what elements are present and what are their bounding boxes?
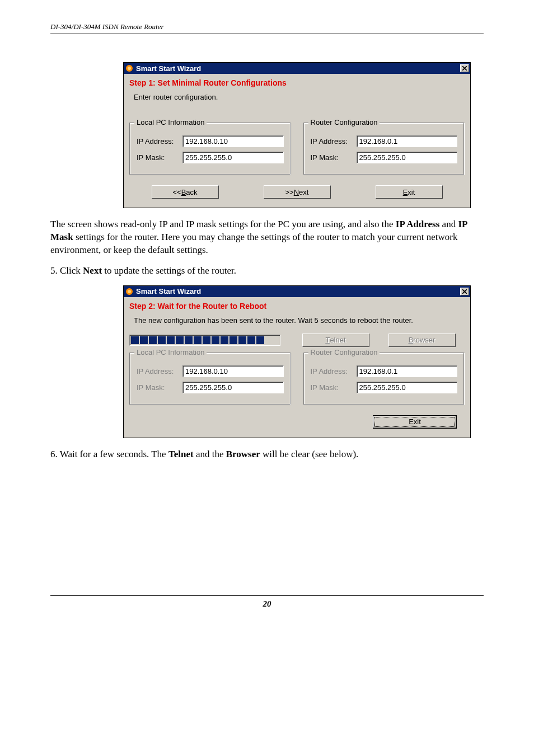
ip-address-label: IP Address: xyxy=(137,367,182,375)
exit-button[interactable]: Exit xyxy=(373,415,457,429)
groupbox-legend: Router Configuration xyxy=(308,118,380,126)
window-title: Smart Start Wizard xyxy=(136,64,460,73)
groupbox-legend: Router Configuration xyxy=(308,348,380,356)
app-icon xyxy=(125,64,134,73)
router-groupbox: Router Configuration IP Address: IP Mask… xyxy=(303,123,465,175)
ip-address-label: IP Address: xyxy=(311,367,357,375)
svg-point-1 xyxy=(128,67,131,70)
router-mask-input[interactable] xyxy=(357,152,458,163)
ip-address-label: IP Address: xyxy=(311,137,357,145)
router-ip-input[interactable] xyxy=(357,135,458,147)
local-pc-groupbox: Local PC Information IP Address: IP Mask… xyxy=(129,123,291,175)
groupbox-legend: Local PC Information xyxy=(134,348,207,356)
svg-point-3 xyxy=(128,290,131,293)
instruction-text: Enter router configuration. xyxy=(124,90,470,118)
smart-start-wizard-step1: Smart Start Wizard Step 1: Set Minimal R… xyxy=(123,62,471,208)
progress-bar xyxy=(129,335,280,346)
local-pc-groupbox: Local PC Information IP Address: IP Mask… xyxy=(129,353,291,405)
window-title: Smart Start Wizard xyxy=(136,287,460,295)
router-ip-input xyxy=(357,365,458,377)
smart-start-wizard-step2: Smart Start Wizard Step 2: Wait for the … xyxy=(123,285,471,438)
body-paragraph: 5. Click Next to update the settings of … xyxy=(50,265,484,278)
local-mask-input xyxy=(182,382,284,393)
step-title: Step 2: Wait for the Router to Reboot xyxy=(124,297,470,313)
local-ip-input[interactable] xyxy=(182,135,284,147)
ip-mask-label: IP Mask: xyxy=(311,153,357,162)
titlebar: Smart Start Wizard xyxy=(124,286,470,297)
router-mask-input xyxy=(357,382,458,393)
local-ip-input xyxy=(182,365,284,377)
close-icon[interactable] xyxy=(460,64,469,72)
ip-mask-label: IP Mask: xyxy=(137,153,182,162)
exit-button[interactable]: Exit xyxy=(376,185,443,199)
ip-mask-label: IP Mask: xyxy=(311,383,357,392)
ip-address-label: IP Address: xyxy=(137,137,182,145)
telnet-button: Telnet xyxy=(302,334,369,347)
instruction-text: The new configuration has been sent to t… xyxy=(124,313,470,330)
page-header: DI-304/DI-304M ISDN Remote Router xyxy=(50,22,484,34)
titlebar: Smart Start Wizard xyxy=(124,63,470,74)
body-paragraph: 6. Wait for a few seconds. The Telnet an… xyxy=(50,448,484,461)
local-mask-input[interactable] xyxy=(182,152,284,163)
groupbox-legend: Local PC Information xyxy=(134,118,207,126)
close-icon[interactable] xyxy=(460,288,469,295)
router-groupbox: Router Configuration IP Address: IP Mask… xyxy=(303,353,465,405)
next-button[interactable]: >>Next xyxy=(264,185,331,199)
page-number: 20 xyxy=(50,595,484,609)
step-title: Step 1: Set Minimal Router Configuration… xyxy=(124,74,470,90)
app-icon xyxy=(125,287,134,296)
browser-button: Browser xyxy=(388,334,456,347)
back-button[interactable]: <<Back xyxy=(152,185,219,199)
ip-mask-label: IP Mask: xyxy=(137,383,182,392)
body-paragraph: The screen shows read-only IP and IP mas… xyxy=(50,218,484,257)
